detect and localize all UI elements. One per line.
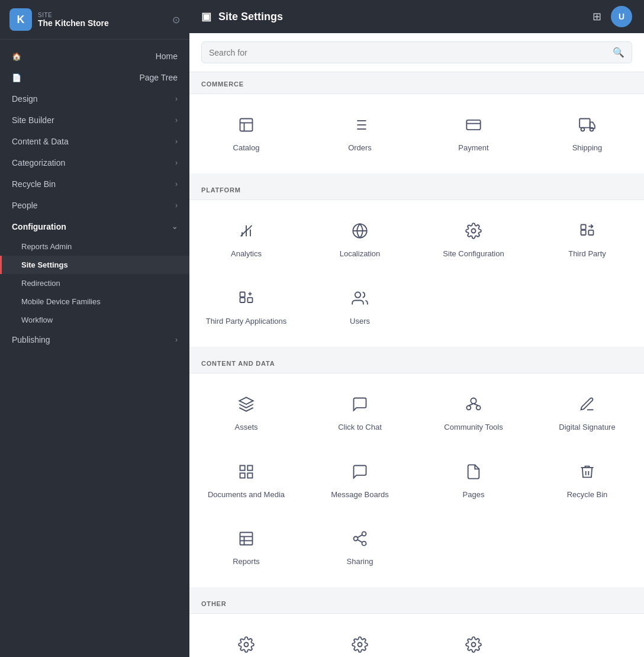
svg-rect-41	[247, 473, 252, 478]
header-right: ⊞ U	[593, 6, 632, 27]
content-and-data-section-title: CONTENT AND DATA	[189, 352, 644, 373]
site-configuration-item[interactable]: Site Configuration	[419, 208, 528, 271]
content-and-data-section: CONTENT AND DATA Assets Click to Chat	[189, 352, 644, 588]
sharing-icon	[352, 530, 368, 551]
assets-label: Assets	[234, 423, 257, 433]
community-tools-icon	[465, 396, 482, 417]
recycle-bin-content-label: Recycle Bin	[567, 490, 608, 500]
community-tools-item[interactable]: Community Tools	[419, 382, 528, 445]
localization-item[interactable]: Localization	[305, 208, 414, 271]
pages-item[interactable]: Pages	[419, 449, 528, 512]
orders-label: Orders	[348, 143, 372, 153]
payment-item[interactable]: Payment	[419, 102, 528, 165]
content-data-label: Content & Data	[12, 137, 69, 146]
sidebar-subitem-site-settings[interactable]: Site Settings	[0, 256, 189, 274]
svg-rect-21	[588, 230, 593, 235]
users-icon	[352, 290, 368, 311]
other-item[interactable]: Other	[192, 622, 301, 657]
categorization-label: Categorization	[12, 158, 65, 168]
sidebar-item-design[interactable]: Design ›	[0, 88, 189, 109]
click-to-chat-item[interactable]: Click to Chat	[305, 382, 414, 445]
home-label: Home	[156, 51, 178, 61]
chevron-right-icon: ›	[175, 336, 178, 344]
sidebar-subitem-workflow[interactable]: Workflow	[0, 311, 189, 329]
sidebar-item-publishing[interactable]: Publishing ›	[0, 329, 189, 350]
catalog-item[interactable]: Catalog	[192, 102, 301, 165]
svg-point-48	[362, 542, 366, 546]
sidebar-item-page-tree[interactable]: 📄 Page Tree	[0, 67, 189, 88]
recycle-bin-icon	[579, 463, 595, 484]
commerce-grid: Catalog Orders Payment	[189, 94, 644, 173]
documents-and-media-item[interactable]: Documents and Media	[192, 449, 301, 512]
search-icon: 🔍	[613, 47, 624, 58]
content-area: COMMERCE Catalog Orders	[189, 72, 644, 657]
grid-icon[interactable]: ⊞	[593, 10, 601, 23]
site-logo: K	[9, 8, 32, 31]
message-boards-item[interactable]: Message Boards	[305, 449, 414, 512]
svg-rect-22	[581, 224, 586, 229]
sidebar-subitem-redirection[interactable]: Redirection	[0, 274, 189, 292]
users-label: Users	[350, 317, 370, 327]
page-tree-icon: 📄	[12, 73, 21, 82]
content-and-data-grid: Assets Click to Chat Community Tools	[189, 373, 644, 588]
commerce-section-title: COMMERCE	[189, 72, 644, 94]
catalog-icon	[238, 117, 255, 137]
page-title: Site Settings	[218, 11, 283, 23]
svg-line-36	[469, 404, 474, 406]
reports-item[interactable]: Reports	[192, 516, 301, 579]
orders-item[interactable]: Orders	[305, 102, 414, 165]
shipping-icon	[579, 117, 595, 137]
third-party-item[interactable]: Third Party	[533, 208, 642, 271]
sidebar-item-content-data[interactable]: Content & Data ›	[0, 131, 189, 152]
sidebar-header: K SITE The Kitchen Store ⊙	[0, 0, 189, 40]
sidebar-item-categorization[interactable]: Categorization ›	[0, 152, 189, 173]
third-party-applications-item[interactable]: Third Party Applications	[192, 276, 301, 339]
reports-label: Reports	[233, 557, 260, 567]
svg-line-50	[358, 535, 362, 538]
svg-rect-40	[240, 473, 245, 478]
chevron-right-icon: ›	[175, 201, 178, 210]
sidebar-item-configuration[interactable]: Configuration ⌄	[0, 216, 189, 237]
shipping-item[interactable]: Shipping	[533, 102, 642, 165]
recycle-bin-label: Recycle Bin	[12, 179, 56, 189]
third-party-applications-label: Third Party Applications	[206, 317, 287, 327]
assets-item[interactable]: Assets	[192, 382, 301, 445]
digital-signature-item[interactable]: Digital Signature	[533, 382, 642, 445]
assets-icon	[238, 396, 255, 417]
main-header: ▣ Site Settings ⊞ U	[189, 0, 644, 33]
other-icon	[238, 636, 255, 657]
payment-label: Payment	[458, 143, 488, 153]
catalog-label: Catalog	[233, 143, 260, 153]
reports-icon	[238, 530, 255, 551]
shipping-label: Shipping	[572, 143, 603, 153]
users-item[interactable]: Users	[305, 276, 414, 339]
svg-point-47	[354, 537, 358, 541]
sidebar-subitem-reports-admin[interactable]: Reports Admin	[0, 237, 189, 256]
sidebar-item-people[interactable]: People ›	[0, 195, 189, 216]
site-configuration-icon	[465, 223, 482, 243]
search-input[interactable]	[209, 48, 608, 57]
sharing-item[interactable]: Sharing	[305, 516, 414, 579]
analytics-item[interactable]: Analytics	[192, 208, 301, 271]
chevron-right-icon: ›	[175, 137, 178, 146]
svg-rect-25	[247, 298, 252, 302]
sidebar-item-recycle-bin[interactable]: Recycle Bin ›	[0, 173, 189, 195]
sidebar-item-site-builder[interactable]: Site Builder ›	[0, 109, 189, 131]
page-tree-label: Page Tree	[139, 73, 178, 82]
settings-icon[interactable]: ⊙	[172, 14, 180, 25]
svg-rect-0	[240, 119, 253, 131]
tax-icon	[352, 636, 368, 657]
search-bar-wrapper: 🔍	[189, 33, 644, 72]
user-avatar[interactable]: U	[611, 6, 632, 27]
site-info: SITE The Kitchen Store	[38, 12, 109, 28]
chevron-right-icon: ›	[175, 116, 178, 124]
pages-icon	[465, 463, 482, 484]
category-tax-rate-item[interactable]: category.tax-rate	[419, 622, 528, 657]
platform-section: PLATFORM Analytics Localization	[189, 178, 644, 347]
localization-label: Localization	[340, 249, 381, 259]
sidebar-subitem-mobile-device-families[interactable]: Mobile Device Families	[0, 292, 189, 311]
sidebar: K SITE The Kitchen Store ⊙ 🏠 Home 📄 Page…	[0, 0, 189, 657]
recycle-bin-content-item[interactable]: Recycle Bin	[533, 449, 642, 512]
sidebar-item-home[interactable]: 🏠 Home	[0, 46, 189, 67]
tax-item[interactable]: Tax	[305, 622, 414, 657]
